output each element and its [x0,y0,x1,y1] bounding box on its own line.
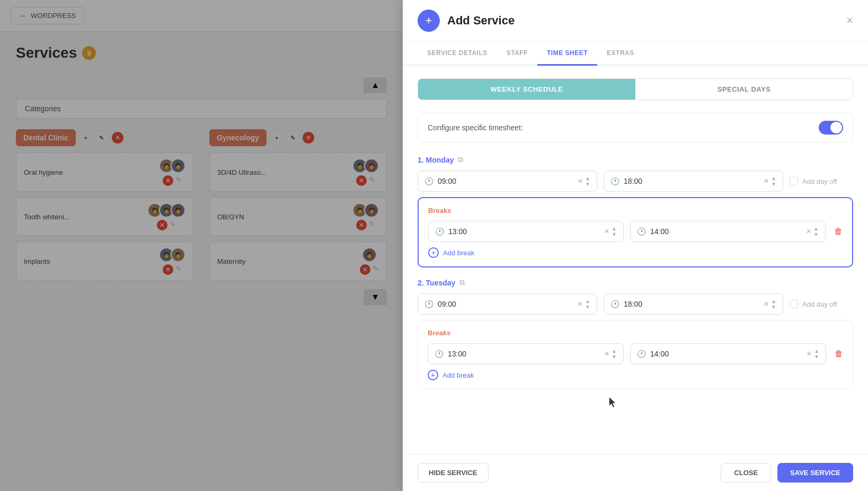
monday-end-clear[interactable]: ✕ [764,177,769,185]
add-break-label-2: Add break [442,371,474,379]
monday-breaks-box: Breaks 🕐 13:00 ✕ ▲▼ [418,197,853,267]
monday-end-value: 18:00 [624,177,759,185]
clock-icon: 🕐 [424,300,433,308]
tab-extras[interactable]: EXTRAS [597,42,644,66]
tuesday-break-start-input[interactable]: 🕐 13:00 ✕ ▲▼ [428,343,624,364]
tab-staff[interactable]: STAFF [497,42,537,66]
modal-close-button[interactable]: × [846,14,853,28]
tuesday-start-clear[interactable]: ✕ [578,300,583,308]
tuesday-day-off-label: Add day off [802,300,837,308]
toggle-knob [830,122,842,133]
monday-end-ctrl: ✕ ▲▼ [764,175,776,187]
tuesday-break-end-arrows[interactable]: ▲▼ [814,348,819,360]
add-break-label: Add break [443,249,474,257]
save-service-button[interactable]: SAVE SERVICE [777,463,853,483]
weekly-schedule-button[interactable]: WEEKLY SCHEDULE [418,79,635,100]
monday-end-input[interactable]: 🕐 18:00 ✕ ▲▼ [604,171,783,192]
monday-end-arrows[interactable]: ▲▼ [771,175,776,187]
monday-break-start-ctrl: ✕ ▲▼ [604,226,617,237]
tuesday-add-break-button[interactable]: + Add break [428,370,843,380]
add-break-plus-icon: + [428,247,439,258]
modal-overlay: + Add Service × SERVICE DETAILS STAFF TI… [0,0,868,491]
tuesday-end-ctrl: ✕ ▲▼ [764,298,776,310]
monday-break-start-arrows[interactable]: ▲▼ [612,226,617,237]
clock-icon: 🕐 [610,300,619,308]
tuesday-day-off-checkbox[interactable] [790,300,798,308]
tuesday-break-delete-icon[interactable]: 🗑 [835,349,843,359]
modal-title: Add Service [447,14,515,28]
tab-time-sheet[interactable]: TIME SHEET [537,42,597,66]
monday-break-start-clear[interactable]: ✕ [604,228,609,235]
monday-break-end-ctrl: ✕ ▲▼ [806,226,819,237]
tuesday-break-end-clear[interactable]: ✕ [807,350,812,358]
tuesday-label: 2. Tuesday [418,279,455,287]
monday-add-break-button[interactable]: + Add break [428,247,843,258]
monday-start-value: 09:00 [438,177,573,185]
clock-icon: 🕐 [637,227,646,236]
add-service-modal: + Add Service × SERVICE DETAILS STAFF TI… [403,0,868,491]
monday-section: 1. Monday ⧉ 🕐 09:00 ✕ ▲▼ [418,155,853,267]
configure-timesheet-row: Configure specific timesheet: [418,113,853,142]
tuesday-breaks-label: Breaks [428,329,843,337]
modal-body: WEEKLY SCHEDULE SPECIAL DAYS Configure s… [403,66,868,454]
monday-break-end-value: 14:00 [650,227,802,236]
tuesday-section: 2. Tuesday ⧉ 🕐 09:00 ✕ ▲▼ [418,278,853,389]
monday-label: 1. Monday [418,156,454,164]
tuesday-break-end-input[interactable]: 🕐 14:00 ✕ ▲▼ [630,343,826,364]
monday-break-start-value: 13:00 [448,227,600,236]
monday-day-off-label: Add day off [802,177,837,185]
modal-header: + Add Service × [403,0,868,42]
tuesday-start-input[interactable]: 🕐 09:00 ✕ ▲▼ [418,293,597,315]
configure-timesheet-label: Configure specific timesheet: [428,123,523,132]
tuesday-breaks-box: Breaks 🕐 13:00 ✕ ▲▼ [418,320,853,389]
monday-breaks-label: Breaks [428,207,843,215]
monday-start-arrows[interactable]: ▲▼ [585,175,590,187]
configure-timesheet-toggle[interactable] [819,121,843,135]
clock-icon: 🕐 [610,177,619,185]
tuesday-start-arrows[interactable]: ▲▼ [585,298,590,310]
monday-break-delete-icon[interactable]: 🗑 [834,227,843,236]
tuesday-break-start-arrows[interactable]: ▲▼ [612,348,617,360]
copy-tuesday-icon[interactable]: ⧉ [459,278,465,287]
hide-service-button[interactable]: HIDE SERVICE [418,463,489,483]
clock-icon: 🕐 [435,227,444,236]
clock-icon: 🕐 [435,350,444,358]
modal-footer: HIDE SERVICE CLOSE SAVE SERVICE [403,454,868,491]
tuesday-break-start-ctrl: ✕ ▲▼ [604,348,617,360]
monday-day-off-checkbox[interactable] [790,177,798,185]
tuesday-time-row: 🕐 09:00 ✕ ▲▼ 🕐 18:00 ✕ [418,293,853,315]
monday-break-end-arrows[interactable]: ▲▼ [813,226,819,237]
monday-time-row: 🕐 09:00 ✕ ▲▼ 🕐 18:00 ✕ [418,171,853,192]
monday-header: 1. Monday ⧉ [418,155,853,164]
monday-break-start-input[interactable]: 🕐 13:00 ✕ ▲▼ [428,221,624,242]
tab-service-details[interactable]: SERVICE DETAILS [418,42,497,66]
clock-icon: 🕐 [637,350,646,358]
schedule-toggle: WEEKLY SCHEDULE SPECIAL DAYS [418,78,853,100]
tuesday-break-start-clear[interactable]: ✕ [604,350,609,358]
tuesday-day-off-row: Add day off [790,300,853,308]
tuesday-header: 2. Tuesday ⧉ [418,278,853,287]
monday-day-off-row: Add day off [790,177,853,185]
tuesday-break-end-ctrl: ✕ ▲▼ [807,348,819,360]
tuesday-start-ctrl: ✕ ▲▼ [578,298,590,310]
close-button[interactable]: CLOSE [721,463,771,483]
monday-break-end-input[interactable]: 🕐 14:00 ✕ ▲▼ [630,221,826,242]
tuesday-break-end-value: 14:00 [650,350,802,358]
monday-start-ctrl: ✕ ▲▼ [578,175,590,187]
tuesday-start-value: 09:00 [438,300,573,308]
footer-right-buttons: CLOSE SAVE SERVICE [721,463,853,483]
monday-break-end-clear[interactable]: ✕ [806,228,811,235]
special-days-button[interactable]: SPECIAL DAYS [635,79,853,100]
tuesday-break-start-value: 13:00 [448,350,600,358]
tuesday-end-input[interactable]: 🕐 18:00 ✕ ▲▼ [604,293,783,315]
modal-plus-icon: + [418,10,440,32]
monday-break-row: 🕐 13:00 ✕ ▲▼ 🕐 14:00 [428,221,843,242]
monday-start-input[interactable]: 🕐 09:00 ✕ ▲▼ [418,171,597,192]
tuesday-end-arrows[interactable]: ▲▼ [771,298,776,310]
monday-start-clear[interactable]: ✕ [578,177,583,185]
copy-monday-icon[interactable]: ⧉ [458,155,463,164]
tuesday-end-clear[interactable]: ✕ [764,300,769,308]
add-break-plus-icon: + [428,370,438,380]
tuesday-end-value: 18:00 [624,300,759,308]
clock-icon: 🕐 [424,177,433,185]
